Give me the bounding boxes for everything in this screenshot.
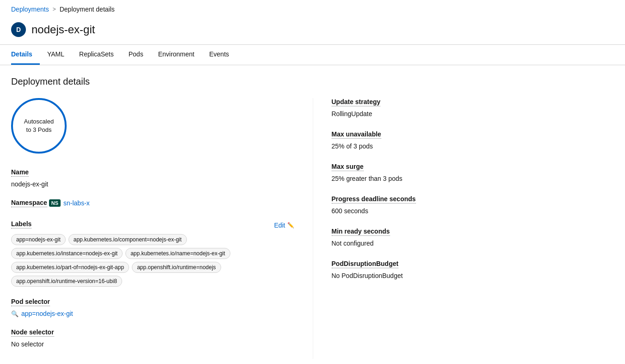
tab-details[interactable]: Details [11,45,40,65]
namespace-link[interactable]: sn-labs-x [63,199,90,207]
main-content: Deployment details Autoscaled to 3 Pods … [0,65,625,364]
pod-disruption-label: PodDisruptionBudget [332,260,399,268]
progress-deadline-value: 600 seconds [332,207,614,215]
name-label: Name [11,168,29,177]
labels-label: Labels [11,220,31,228]
name-field: Name nodejs-ex-git [11,168,294,188]
progress-deadline-label: Progress deadline seconds [332,195,416,204]
namespace-field: Namespace NS sn-labs-x [11,199,294,209]
section-title: Deployment details [11,76,614,87]
page-header: D nodejs-ex-git [0,19,625,45]
list-item: app.openshift.io/runtime=nodejs [132,262,221,273]
detail-layout: Autoscaled to 3 Pods Name nodejs-ex-git … [11,98,614,359]
pod-circle-line2: to 3 Pods [26,126,52,134]
node-selector-field: Node selector No selector [11,328,294,348]
update-strategy-field: Update strategy RollingUpdate [332,98,614,117]
tabs-nav: Details YAML ReplicaSets Pods Environmen… [0,45,625,65]
right-column: Update strategy RollingUpdate Max unavai… [313,98,614,359]
tab-pods[interactable]: Pods [121,45,151,65]
tab-environment[interactable]: Environment [151,45,202,65]
min-ready-value: Not configured [332,240,614,247]
labels-field: Labels Edit ✏️ app=nodejs-ex-git app.kub… [11,220,294,287]
list-item: app=nodejs-ex-git [11,234,66,245]
edit-pencil-icon: ✏️ [287,222,294,228]
list-item: app.kubernetes.io/part-of=nodejs-ex-git-… [11,262,129,273]
progress-deadline-field: Progress deadline seconds 600 seconds [332,195,614,215]
tab-replicasets[interactable]: ReplicaSets [72,45,121,65]
pod-selector-field: Pod selector 🔍 app=nodejs-ex-git [11,298,294,317]
pod-circle-container: Autoscaled to 3 Pods [11,98,294,154]
update-strategy-value: RollingUpdate [332,110,614,117]
labels-container: app=nodejs-ex-git app.kubernetes.io/comp… [11,234,294,287]
max-unavailable-field: Max unavailable 25% of 3 pods [332,130,614,150]
max-surge-value: 25% greater than 3 pods [332,175,614,182]
breadcrumb: Deployments > Deployment details [0,0,625,19]
pod-circle-line1: Autoscaled [24,117,54,126]
tab-events[interactable]: Events [202,45,236,65]
max-surge-label: Max surge [332,163,364,171]
max-unavailable-value: 25% of 3 pods [332,142,614,150]
search-icon: 🔍 [11,310,19,317]
node-selector-label: Node selector [11,328,54,337]
pod-selector-value-text: app=nodejs-ex-git [21,310,73,317]
left-column: Autoscaled to 3 Pods Name nodejs-ex-git … [11,98,313,359]
pod-selector-label: Pod selector [11,298,50,306]
name-value: nodejs-ex-git [11,180,294,188]
pod-circle: Autoscaled to 3 Pods [11,98,67,154]
min-ready-field: Min ready seconds Not configured [332,228,614,247]
ns-tag: NS [49,199,61,207]
breadcrumb-current: Deployment details [60,6,115,13]
update-strategy-label: Update strategy [332,98,381,106]
pod-selector-link[interactable]: 🔍 app=nodejs-ex-git [11,310,294,317]
edit-label-text: Edit [274,222,285,229]
list-item: app.openshift.io/runtime-version=16-ubi8 [11,276,122,287]
page-title: nodejs-ex-git [31,23,95,36]
breadcrumb-separator: > [53,6,56,12]
namespace-badge: NS sn-labs-x [49,199,90,207]
node-selector-value: No selector [11,340,294,348]
list-item: app.kubernetes.io/name=nodejs-ex-git [125,248,230,259]
tab-yaml[interactable]: YAML [40,45,72,65]
edit-labels-link[interactable]: Edit ✏️ [274,222,294,229]
list-item: app.kubernetes.io/instance=nodejs-ex-git [11,248,123,259]
pod-disruption-field: PodDisruptionBudget No PodDisruptionBudg… [332,260,614,279]
namespace-label: Namespace [11,199,47,207]
pod-disruption-value: No PodDisruptionBudget [332,272,614,279]
labels-header: Labels Edit ✏️ [11,220,294,230]
list-item: app.kubernetes.io/component=nodejs-ex-gi… [68,234,187,245]
min-ready-label: Min ready seconds [332,228,390,236]
deployment-icon: D [11,22,26,37]
max-unavailable-label: Max unavailable [332,130,381,139]
breadcrumb-parent-link[interactable]: Deployments [11,6,49,13]
max-surge-field: Max surge 25% greater than 3 pods [332,163,614,182]
